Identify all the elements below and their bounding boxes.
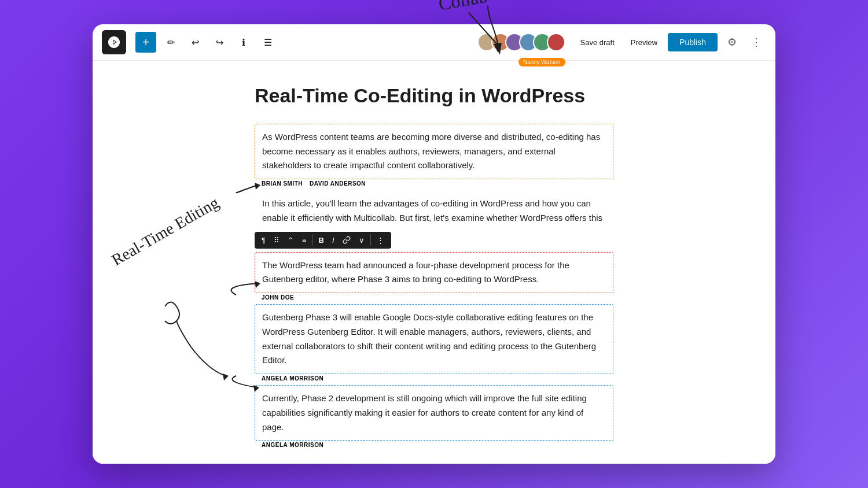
more-options-inline-button[interactable]: ⋮ (373, 234, 388, 246)
toolbar-divider-2 (370, 234, 371, 246)
user-label-john: JOHN DOE (262, 294, 294, 301)
block-content[interactable]: As WordPress content teams are becoming … (255, 124, 613, 179)
more-options-button[interactable]: ⋮ (746, 32, 766, 52)
editor-content: Real-Time Co-Editing in WordPress As Wor… (255, 84, 613, 452)
user-label-angela: ANGELA MORRISON (262, 375, 323, 382)
block-1[interactable]: As WordPress content teams are becoming … (255, 124, 613, 187)
move-button[interactable]: ⌃ (284, 234, 297, 246)
avatar[interactable] (547, 33, 565, 51)
publish-button[interactable]: Publish (668, 33, 718, 51)
dropdown-button[interactable]: ∨ (355, 234, 368, 246)
user-label-angela-2: ANGELA MORRISON (262, 442, 323, 448)
link-button[interactable] (339, 234, 354, 246)
plus-icon: + (142, 36, 149, 49)
block-content[interactable]: Gutenberg Phase 3 will enable Google Doc… (255, 304, 613, 374)
user-tooltip: Nancy Watson (518, 58, 565, 66)
svg-text:Collab: Collab (437, 0, 489, 14)
block-user-labels: JOHN DOE (262, 294, 613, 301)
block-2[interactable]: In this article, you'll learn the advant… (255, 190, 613, 249)
block-user-labels: ANGELA MORRISON (262, 375, 613, 382)
paragraph-button[interactable]: ¶ (258, 234, 269, 246)
wp-logo: W (102, 30, 126, 54)
svg-text:W: W (111, 39, 117, 46)
info-icon: ℹ (242, 37, 245, 48)
editor-area[interactable]: Real-Time Co-Editing in WordPress As Wor… (93, 61, 775, 464)
italic-button[interactable]: I (329, 234, 338, 246)
block-content[interactable]: The WordPress team had announced a four-… (255, 252, 613, 294)
block-3[interactable]: The WordPress team had announced a four-… (255, 252, 613, 301)
post-title[interactable]: Real-Time Co-Editing in WordPress (255, 84, 613, 108)
user-label-david: DAVID ANDERSON (310, 180, 366, 187)
undo-button[interactable]: ↩ (185, 32, 205, 52)
toolbar: W + ✏ ↩ ↪ ℹ ☰ Nancy Watson (93, 24, 775, 61)
preview-button[interactable]: Preview (625, 35, 663, 50)
pencil-button[interactable]: ✏ (161, 32, 181, 52)
more-icon: ⋮ (751, 36, 762, 49)
collaborators-group: Nancy Watson (477, 33, 565, 51)
block-5[interactable]: Currently, Phase 2 development is still … (255, 385, 613, 448)
user-label-brian: BRIAN SMITH (262, 180, 303, 187)
list-view-icon: ☰ (264, 37, 272, 48)
settings-icon: ⚙ (727, 36, 737, 49)
redo-button[interactable]: ↪ (209, 32, 229, 52)
bold-button[interactable]: B (315, 234, 328, 246)
inline-toolbar: ¶ ⠿ ⌃ ≡ B I ∨ ⋮ (255, 232, 391, 249)
block-user-labels: BRIAN SMITH DAVID ANDERSON (262, 180, 613, 187)
block-user-labels: ANGELA MORRISON (262, 442, 613, 448)
block-4[interactable]: Gutenberg Phase 3 will enable Google Doc… (255, 304, 613, 382)
list-view-button[interactable]: ☰ (258, 32, 278, 52)
block-content[interactable]: In this article, you'll learn the advant… (255, 190, 613, 232)
add-block-button[interactable]: + (135, 32, 156, 53)
redo-icon: ↪ (216, 37, 223, 48)
editor-window: W + ✏ ↩ ↪ ℹ ☰ Nancy Watson (93, 24, 775, 464)
info-button[interactable]: ℹ (234, 32, 253, 52)
block-content[interactable]: Currently, Phase 2 development is still … (255, 385, 613, 441)
undo-icon: ↩ (192, 37, 199, 48)
align-button[interactable]: ≡ (299, 234, 310, 246)
settings-button[interactable]: ⚙ (722, 32, 742, 52)
drag-handle-button[interactable]: ⠿ (270, 234, 283, 246)
save-draft-button[interactable]: Save draft (575, 35, 620, 50)
toolbar-divider (312, 234, 313, 246)
pencil-icon: ✏ (167, 37, 175, 48)
